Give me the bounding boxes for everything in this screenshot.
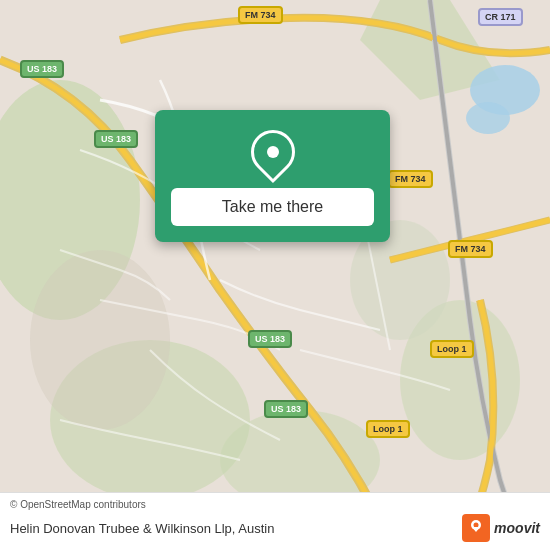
- badge-loop1: Loop 1: [430, 340, 474, 358]
- badge-cr171: CR 171: [478, 8, 523, 26]
- take-me-there-button[interactable]: Take me there: [171, 188, 374, 226]
- badge-us183-lower: US 183: [248, 330, 292, 348]
- moovit-label: moovit: [494, 520, 540, 536]
- moovit-logo: moovit: [462, 514, 540, 542]
- svg-point-9: [466, 102, 510, 134]
- location-name: Helin Donovan Trubee & Wilkinson Llp, Au…: [10, 521, 274, 536]
- location-pin-icon: [241, 121, 303, 183]
- badge-us183-mid: US 183: [94, 130, 138, 148]
- badge-fm734-mid: FM 734: [388, 170, 433, 188]
- map-attribution: © OpenStreetMap contributors: [10, 499, 540, 510]
- svg-point-6: [30, 250, 170, 430]
- badge-us183-bottom: US 183: [264, 400, 308, 418]
- popup-card: Take me there: [155, 110, 390, 242]
- moovit-icon: [462, 514, 490, 542]
- map-svg: [0, 0, 550, 550]
- map-container: US 183 FM 734 CR 171 US 183 FM 734 US 18…: [0, 0, 550, 550]
- bottom-bar: © OpenStreetMap contributors Helin Donov…: [0, 492, 550, 550]
- badge-us183-top: US 183: [20, 60, 64, 78]
- badge-fm734-right: FM 734: [448, 240, 493, 258]
- svg-point-12: [474, 523, 479, 528]
- badge-fm734-top: FM 734: [238, 6, 283, 24]
- badge-loop1b: Loop 1: [366, 420, 410, 438]
